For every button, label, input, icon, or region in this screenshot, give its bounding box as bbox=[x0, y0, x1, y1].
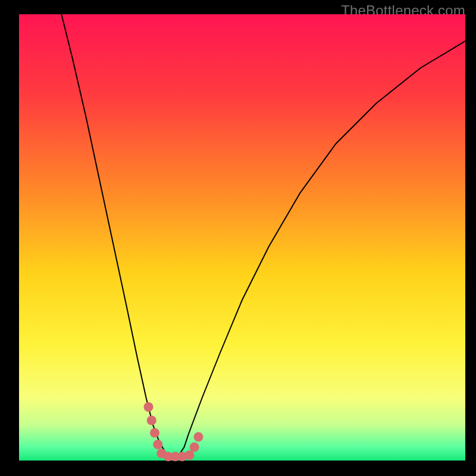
highlight-dot bbox=[147, 416, 156, 425]
highlight-dot bbox=[150, 428, 159, 438]
highlight-dot bbox=[185, 450, 195, 460]
gradient-background bbox=[19, 14, 465, 461]
bottleneck-chart bbox=[0, 0, 476, 476]
highlight-dot bbox=[190, 443, 199, 452]
chart-frame: TheBottleneck.com bbox=[0, 0, 476, 476]
highlight-dot bbox=[153, 440, 162, 449]
highlight-dot bbox=[144, 402, 154, 412]
highlight-dot bbox=[194, 432, 203, 441]
